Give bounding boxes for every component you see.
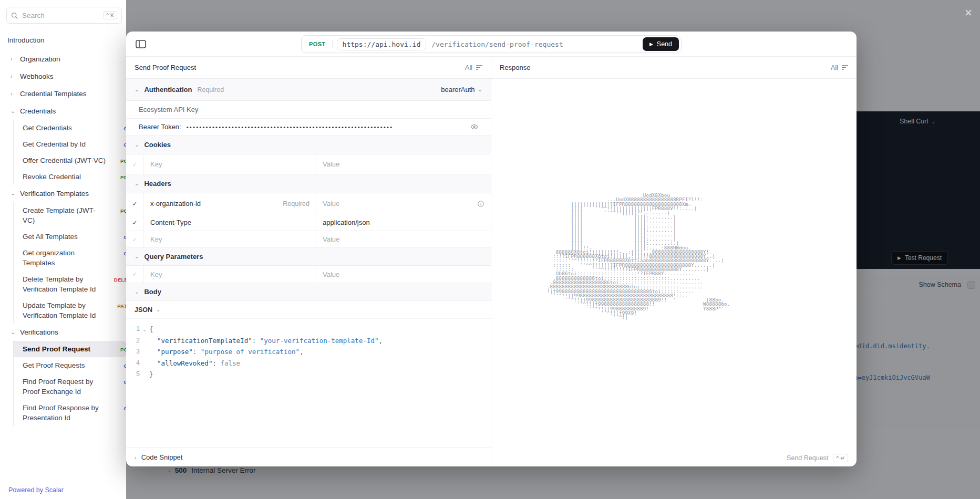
sidebar-item[interactable]: Offer Credential (JWT-VC)POST <box>13 152 126 169</box>
sidebar-item[interactable]: ›Organization <box>0 50 126 68</box>
cookie-value-input[interactable] <box>323 160 484 168</box>
divider <box>332 40 333 48</box>
header-key-input[interactable] <box>150 219 310 226</box>
eye-icon[interactable] <box>470 123 478 131</box>
body-label: Body <box>144 288 161 296</box>
search-input[interactable]: Search ^ K <box>6 7 122 24</box>
header-row-empty: ✓ <box>126 231 491 248</box>
sidebar-item[interactable]: ›Webhooks <box>0 68 126 85</box>
line-number: 1 <box>126 324 140 335</box>
sidebar-item[interactable]: Find Proof Request by Proof Exchange IdG… <box>13 373 126 400</box>
sidebar-item[interactable]: Get Credential by IdGET <box>13 136 126 152</box>
method-badge: POST <box>120 206 126 216</box>
chevron-right-icon: › <box>135 454 137 461</box>
sidebar-item-label: Webhooks <box>20 71 54 81</box>
header-value-input[interactable] <box>323 235 484 243</box>
send-button[interactable]: ▶ Send <box>643 37 679 51</box>
header-key-input[interactable] <box>150 200 278 207</box>
sidebar-item-label: Credentials <box>20 106 56 116</box>
fold-chevron-icon[interactable]: ⌄ <box>140 324 149 335</box>
query-parameters-label: Query Parameters <box>144 253 203 261</box>
sidebar-item[interactable]: ⌄Verifications <box>0 324 126 341</box>
info-icon[interactable] <box>477 200 484 207</box>
body-code-editor[interactable]: 1⌄{2 "verificationTemplateId": "your-ver… <box>126 319 491 386</box>
request-filter-button[interactable]: All <box>465 64 482 71</box>
response-empty-state: UodX8Xbou ...UodX8888888888888888RPFI?l!… <box>491 79 857 466</box>
cookie-key-input[interactable] <box>150 160 310 168</box>
response-filter-button[interactable]: All <box>831 64 848 71</box>
header-key-input[interactable] <box>150 235 310 243</box>
line-number: 5 <box>126 369 140 380</box>
filter-icon <box>476 65 482 70</box>
sidebar-item-label: Introduction <box>7 36 45 44</box>
sidebar-item-label: Find Proof Response by Presentation Id <box>23 404 99 422</box>
sidebar-item[interactable]: ›Credential Templates <box>0 85 126 102</box>
code-line[interactable]: 2 "verificationTemplateId": "your-verifc… <box>126 335 491 347</box>
sidebar-item[interactable]: Send Proof RequestPOST <box>13 341 126 357</box>
code-line-text: "allowRevoked": false <box>149 358 240 369</box>
authentication-label: Authentication <box>144 86 192 93</box>
required-tag: Required <box>197 86 224 93</box>
chevron-right-icon: › <box>11 89 15 99</box>
sidebar-item[interactable]: Introduction <box>0 32 126 48</box>
path-field[interactable]: /verification/send-proof-request <box>426 40 643 48</box>
sidebar-item[interactable]: Get All TemplatesGET <box>13 228 126 245</box>
response-panel-header: Response All <box>491 57 857 79</box>
fold-gutter <box>140 358 149 369</box>
close-icon[interactable]: ✕ <box>961 5 976 20</box>
auth-scheme-select[interactable]: bearerAuth ⌄ <box>441 86 482 93</box>
body-format-select[interactable]: JSON ⌄ <box>126 301 491 319</box>
code-line[interactable]: 3 "purpose": "purpose of verification", <box>126 346 491 358</box>
row-checkbox[interactable]: ✓ <box>126 231 144 247</box>
app-window: Shell Curl ⌄ ▶ Test Request Show Schema … <box>0 0 980 499</box>
body-section-header[interactable]: ⌄ Body <box>126 283 491 301</box>
code-line[interactable]: 1⌄{ <box>126 324 491 335</box>
row-checkbox[interactable]: ✓ <box>126 214 144 231</box>
headers-section-header[interactable]: ⌄ Headers <box>126 174 491 193</box>
cookie-row-empty: ✓ <box>126 154 491 174</box>
send-request-shortcut-badge: ^ ↵ <box>833 454 848 462</box>
header-value-input[interactable] <box>323 200 477 207</box>
authentication-section-header[interactable]: ⌄ Authentication Required bearerAuth ⌄ <box>126 79 491 101</box>
sidebar-item[interactable]: Revoke CredentialPOST <box>13 169 126 185</box>
code-snippet-section-header[interactable]: › Code Snippet <box>126 448 491 466</box>
sidebar-item[interactable]: ⌄Credentials <box>0 102 126 120</box>
code-line-text: { <box>149 324 153 335</box>
header-value-input[interactable] <box>323 219 484 226</box>
row-checkbox[interactable]: ✓ <box>126 154 144 174</box>
base-url-field[interactable]: https://api.hovi.id <box>337 38 427 50</box>
row-checkbox[interactable]: ✓ <box>126 193 144 214</box>
powered-by-scalar-link[interactable]: Powered by Scalar <box>0 481 72 499</box>
query-key-input[interactable] <box>150 271 310 278</box>
bearer-token-masked-value[interactable]: ••••••••••••••••••••••••••••••••••••••••… <box>187 124 466 130</box>
sidebar: Search ^ K Introduction›Organization›Web… <box>0 0 126 499</box>
sidebar-toggle-icon[interactable] <box>136 40 146 48</box>
sidebar-item[interactable]: Get CredentialsGET <box>13 120 126 136</box>
auth-scheme-value: bearerAuth <box>441 86 474 93</box>
sidebar-item[interactable]: ⌄Verification Templates <box>0 185 126 202</box>
sidebar-item-label: Get All Templates <box>23 233 78 241</box>
sidebar-item-label: Get organization Templates <box>23 249 75 267</box>
http-method-badge[interactable]: POST <box>302 41 332 47</box>
sidebar-item[interactable]: Find Proof Response by Presentation IdGE… <box>13 400 126 426</box>
row-checkbox[interactable]: ✓ <box>126 266 144 283</box>
chevron-down-icon: ⌄ <box>135 87 139 92</box>
query-parameters-section-header[interactable]: ⌄ Query Parameters <box>126 248 491 266</box>
sidebar-item[interactable]: Delete Template by Verification Template… <box>13 271 126 297</box>
query-value-input[interactable] <box>323 271 484 278</box>
body-format-value: JSON <box>135 306 152 314</box>
chevron-down-icon: ⌄ <box>156 307 160 313</box>
code-line[interactable]: 4 "allowRevoked": false <box>126 358 491 369</box>
sidebar-item-label: Organization <box>20 54 60 64</box>
headers-label: Headers <box>144 180 171 188</box>
sidebar-item[interactable]: Update Template by Verification Template… <box>13 297 126 324</box>
sidebar-item[interactable]: Create Template (JWT-VC)POST <box>13 202 126 228</box>
cookies-section-header[interactable]: ⌄ Cookies <box>126 136 491 154</box>
code-line[interactable]: 5} <box>126 369 491 380</box>
chevron-right-icon: › <box>11 54 15 64</box>
chevron-down-icon: ⌄ <box>135 289 139 295</box>
sidebar-item[interactable]: Get organization TemplatesGET <box>13 245 126 271</box>
sidebar-item[interactable]: Get Proof RequestsGET <box>13 357 126 373</box>
sidebar-item-label: Send Proof Request <box>23 345 90 353</box>
sidebar-item-label: Verification Templates <box>20 189 89 199</box>
